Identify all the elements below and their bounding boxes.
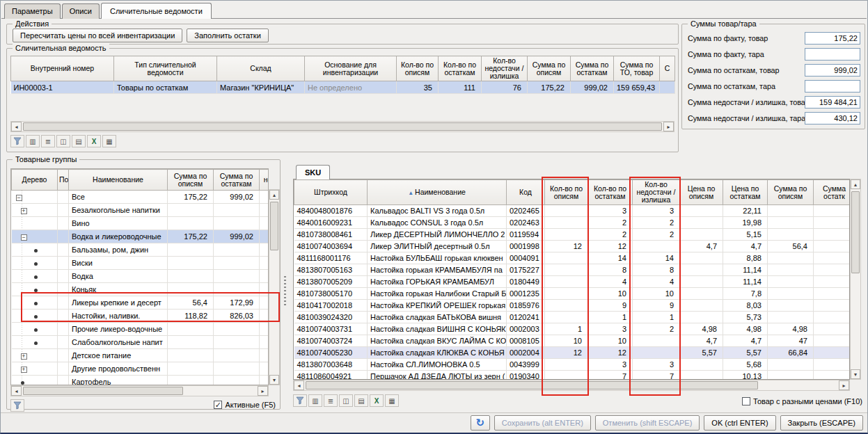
- cell[interactable]: 19,98: [723, 217, 768, 229]
- cell[interactable]: [260, 296, 269, 310]
- cell[interactable]: 4: [588, 276, 633, 288]
- cell[interactable]: 10,13: [723, 371, 768, 380]
- cell[interactable]: [260, 323, 269, 336]
- table-layout-icon[interactable]: ▦: [385, 394, 399, 407]
- cell[interactable]: Слабоалкогольные напит: [69, 336, 168, 349]
- cell[interactable]: [814, 205, 851, 217]
- sku-row[interactable]: 4840016009231 Кальвадос CONSUL 3 года 0.…: [294, 217, 851, 229]
- cell[interactable]: [214, 349, 260, 362]
- tab-slichitelnye-vedomosti[interactable]: Сличительные ведомости: [101, 3, 212, 19]
- sku-row[interactable]: 4810074003724 Настойка сладкая ВКУС ЛАЙМ…: [294, 335, 851, 347]
- tree-expander-cell[interactable]: [12, 283, 58, 296]
- cell[interactable]: Товары по остаткам: [114, 81, 217, 94]
- scroll-thumb[interactable]: [23, 387, 183, 395]
- expand-toggle-icon[interactable]: [21, 208, 27, 214]
- cell[interactable]: 8: [588, 264, 633, 276]
- cell[interactable]: 4,98: [723, 323, 768, 335]
- cell[interactable]: 12: [588, 241, 633, 252]
- expand-toggle-icon[interactable]: [21, 353, 27, 360]
- cell[interactable]: [58, 230, 69, 243]
- cell[interactable]: 4810074003724: [294, 335, 368, 347]
- cell[interactable]: [168, 376, 214, 386]
- scroll-thumb[interactable]: [23, 122, 662, 131]
- tree-row[interactable]: Безалкогольные напитки: [12, 204, 269, 217]
- cell[interactable]: [680, 264, 723, 276]
- column-header[interactable]: С: [660, 56, 675, 81]
- cell[interactable]: Другие продовольственн: [69, 362, 168, 376]
- cell[interactable]: [214, 257, 260, 270]
- cell[interactable]: 175,22: [168, 230, 214, 243]
- sum-field-input[interactable]: [805, 112, 860, 124]
- cell[interactable]: 4810738008461: [294, 229, 368, 241]
- sum-field-input[interactable]: [805, 80, 860, 93]
- cell[interactable]: 8: [633, 264, 680, 276]
- cell[interactable]: 826,03: [214, 310, 260, 323]
- statement-row[interactable]: ИН00003-1 Товары по остаткам Магазин "КР…: [11, 81, 675, 94]
- cell[interactable]: [680, 300, 723, 312]
- scroll-up-icon[interactable]: [269, 190, 279, 200]
- cell[interactable]: [58, 362, 69, 376]
- numbering-icon[interactable]: ≣: [324, 394, 338, 407]
- cell[interactable]: 4: [633, 276, 680, 288]
- cell[interactable]: 0190340: [507, 371, 545, 380]
- cell[interactable]: [260, 310, 269, 323]
- cell[interactable]: ИН00003-1: [11, 81, 114, 94]
- print-icon[interactable]: ▤: [72, 135, 86, 147]
- column-header[interactable]: Наименование: [69, 170, 168, 191]
- excel-export-icon[interactable]: X: [370, 394, 384, 407]
- cell[interactable]: [680, 217, 723, 229]
- tree-expander-cell[interactable]: [12, 270, 58, 283]
- cell[interactable]: 1: [545, 323, 588, 335]
- cell[interactable]: [768, 371, 814, 380]
- tree-row[interactable]: Картофель: [12, 376, 269, 386]
- cell[interactable]: 2: [588, 217, 633, 229]
- cell[interactable]: 0001235: [507, 288, 545, 300]
- filter-icon[interactable]: [10, 135, 24, 147]
- scroll-right-icon[interactable]: [663, 122, 674, 131]
- tree-row[interactable]: Другие продовольственн: [12, 362, 269, 376]
- tree-row[interactable]: Водка и ликероводочные 175,22 999,02: [12, 230, 269, 243]
- column-header[interactable]: Код: [507, 180, 545, 205]
- cell[interactable]: [260, 230, 269, 243]
- cell[interactable]: 10: [545, 335, 588, 347]
- cell[interactable]: 10: [633, 288, 680, 300]
- sku-row[interactable]: 4810074005230 Настойка сладкая КЛЮКВА С …: [294, 347, 851, 359]
- cell[interactable]: 4810417002018: [294, 300, 368, 312]
- cell[interactable]: 4810039024320: [294, 312, 368, 323]
- cell[interactable]: Ликеры крепкие и десерт: [69, 296, 168, 310]
- tree-row[interactable]: Бальзамы, ром, джин: [12, 243, 269, 257]
- cell[interactable]: Настойка сладкая БАТЬКОВА вишня: [368, 312, 507, 323]
- cell[interactable]: Картофель: [69, 376, 168, 386]
- cell[interactable]: [260, 204, 269, 217]
- filter-icon[interactable]: [10, 399, 24, 412]
- cell[interactable]: [214, 204, 260, 217]
- tree-expander-cell[interactable]: [12, 336, 58, 349]
- cell[interactable]: 172,99: [214, 296, 260, 310]
- column-header[interactable]: Цена по описям: [680, 180, 723, 205]
- cell[interactable]: 4813807003648: [294, 359, 368, 371]
- tree-h-scrollbar[interactable]: [10, 385, 269, 396]
- cell[interactable]: [814, 323, 851, 335]
- cell[interactable]: 4,98: [680, 323, 723, 335]
- columns-icon[interactable]: ▥: [308, 394, 322, 407]
- cell[interactable]: 0004091: [507, 252, 545, 264]
- sku-row[interactable]: 4810738005170 Настойка горькая Налибоки …: [294, 288, 851, 300]
- cell[interactable]: Не определено: [305, 81, 397, 94]
- expand-toggle-icon[interactable]: [21, 234, 27, 241]
- cell[interactable]: [814, 217, 851, 229]
- tree-expander-cell[interactable]: [12, 230, 58, 243]
- cell[interactable]: 1: [633, 312, 680, 323]
- cell[interactable]: 4840016009231: [294, 217, 368, 229]
- cell[interactable]: [545, 371, 588, 380]
- cell[interactable]: [260, 257, 269, 270]
- cell[interactable]: Кальвадос BALTI VS 3 года 0.5л: [368, 205, 507, 217]
- cell[interactable]: [768, 205, 814, 217]
- cell[interactable]: 159 659,43: [614, 81, 660, 94]
- cell[interactable]: [214, 243, 260, 257]
- column-header[interactable]: Основание для инвентаризации: [305, 56, 397, 81]
- cell[interactable]: Ликер ЭЛИТНЫЙ десертный 0.5л: [368, 241, 507, 252]
- cell[interactable]: [58, 217, 69, 230]
- scroll-left-icon[interactable]: [11, 122, 22, 131]
- cell[interactable]: 56,4: [768, 241, 814, 252]
- cell[interactable]: 3: [633, 205, 680, 217]
